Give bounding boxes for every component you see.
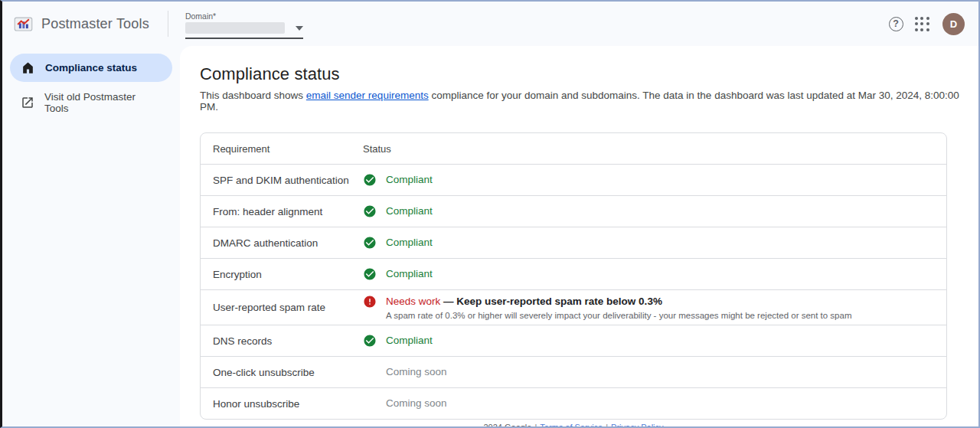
table-body: SPF and DKIM authentication Compliant Fr… <box>201 164 946 419</box>
domain-select-label: Domain* <box>185 11 303 21</box>
main-content: Compliance status This dashboard shows e… <box>180 46 978 426</box>
column-header-requirement: Requirement <box>213 143 363 155</box>
table-row: DNS records Compliant <box>201 325 946 356</box>
table-row: Encryption Compliant <box>201 258 946 289</box>
sidebar-item-label: Visit old Postmaster Tools <box>44 91 162 114</box>
check-circle-icon <box>363 173 377 187</box>
check-circle-icon <box>363 267 377 281</box>
dropdown-caret-icon <box>296 26 303 31</box>
domain-value-redacted <box>185 22 285 34</box>
status-cell: Coming soon <box>363 397 946 410</box>
requirement-label: One-click unsubscribe <box>213 367 363 378</box>
check-circle-icon <box>363 204 377 218</box>
header-divider <box>168 11 168 37</box>
help-icon: ? <box>889 17 903 31</box>
status-cell: Needs work — Keep user-reported spam rat… <box>363 295 946 320</box>
apps-grid-icon <box>915 17 929 31</box>
table-header-row: Requirement Status <box>201 133 946 164</box>
status-cell: Compliant <box>363 204 946 218</box>
brand: Postmaster Tools <box>13 14 149 34</box>
requirement-label: Honor unsubscribe <box>213 398 363 410</box>
postmaster-logo-icon <box>13 14 34 34</box>
app-frame: Postmaster Tools Domain* ? D <box>0 0 980 428</box>
status-note: A spam rate of 0.3% or higher will sever… <box>386 311 852 320</box>
status-label: Compliant <box>386 335 433 346</box>
page-title: Compliance status <box>200 64 978 84</box>
requirement-label: DNS records <box>213 335 363 347</box>
sidebar-item-label: Compliance status <box>45 62 137 74</box>
table-row: From: header alignment Compliant <box>201 195 946 227</box>
status-detail: — Keep user-reported spam rate below 0.3… <box>443 296 662 307</box>
check-circle-icon <box>363 334 377 348</box>
home-icon <box>21 60 35 75</box>
requirement-label: From: header alignment <box>213 206 363 217</box>
status-cell: Compliant <box>363 334 946 348</box>
table-row: SPF and DKIM authentication Compliant <box>201 164 946 195</box>
requirement-label: Encryption <box>213 269 363 280</box>
privacy-policy-link[interactable]: Privacy Policy <box>611 423 663 426</box>
status-cell: Compliant <box>363 173 946 187</box>
table-row: One-click unsubscribe Coming soon <box>201 356 946 387</box>
postmaster-tools-app: { "header": { "app_title": "Postmaster T… <box>0 0 980 428</box>
help-button[interactable]: ? <box>883 11 909 37</box>
status-cell: Coming soon <box>363 365 946 379</box>
domain-select[interactable]: Domain* <box>185 8 303 39</box>
status-label: Coming soon <box>386 397 447 409</box>
status-label: Needs work <box>386 296 440 307</box>
status-label: Coming soon <box>386 366 447 377</box>
app-title: Postmaster Tools <box>41 16 149 32</box>
sidebar: Compliance status Visit old Postmaster T… <box>2 46 180 426</box>
status-label: Compliant <box>386 174 433 185</box>
status-cell: Compliant <box>363 267 946 281</box>
column-header-status: Status <box>363 143 391 155</box>
avatar[interactable]: D <box>942 13 965 35</box>
status-label: Compliant <box>386 237 433 248</box>
requirement-label: User-reported spam rate <box>213 302 363 313</box>
sidebar-item-compliance-status[interactable]: Compliance status <box>10 54 172 82</box>
top-bar: Postmaster Tools Domain* ? D <box>2 2 978 46</box>
requirement-label: SPF and DKIM authentication <box>213 175 363 186</box>
terms-of-service-link[interactable]: Terms of Service <box>540 423 603 426</box>
open-in-new-icon <box>21 96 34 109</box>
email-sender-requirements-link[interactable]: email sender requirements <box>306 90 429 101</box>
status-label: Compliant <box>386 205 433 217</box>
compliance-table: Requirement Status SPF and DKIM authenti… <box>200 132 947 420</box>
apps-grid-button[interactable] <box>909 11 935 37</box>
copyright-text: 2024 Google <box>483 423 531 426</box>
table-row: User-reported spam rate Needs work — Kee… <box>201 289 946 325</box>
page-footer: 2024 Google|Terms of Service|Privacy Pol… <box>200 423 947 426</box>
status-label: Compliant <box>386 268 433 279</box>
check-circle-icon <box>363 236 377 250</box>
table-row: DMARC authentication Compliant <box>201 227 946 258</box>
table-row: Honor unsubscribe Coming soon <box>201 387 946 419</box>
status-cell: Compliant <box>363 236 946 250</box>
page-description: This dashboard shows email sender requir… <box>200 90 978 113</box>
sidebar-item-visit-old-postmaster[interactable]: Visit old Postmaster Tools <box>10 88 172 116</box>
alert-circle-icon <box>363 295 377 309</box>
requirement-label: DMARC authentication <box>213 237 363 249</box>
